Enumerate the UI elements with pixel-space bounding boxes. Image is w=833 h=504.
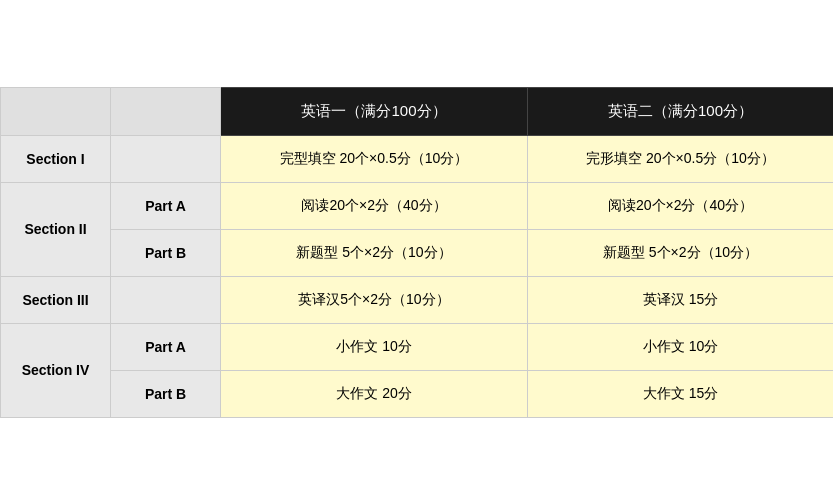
table-row: Part B新题型 5个×2分（10分）新题型 5个×2分（10分） [1,229,834,276]
section-cell: Section III [1,276,111,323]
en2-cell: 新题型 5个×2分（10分） [528,229,834,276]
header-en2: 英语二（满分100分） [528,87,834,135]
en2-cell: 完形填空 20个×0.5分（10分） [528,135,834,182]
table-wrapper: 英语一（满分100分） 英语二（满分100分） Section I完型填空 20… [0,87,833,418]
en2-cell: 小作文 10分 [528,323,834,370]
comparison-table: 英语一（满分100分） 英语二（满分100分） Section I完型填空 20… [0,87,833,418]
table-row: Section IIPart A阅读20个×2分（40分）阅读20个×2分（40… [1,182,834,229]
header-empty-2 [111,87,221,135]
part-cell: Part A [111,182,221,229]
header-empty-1 [1,87,111,135]
en1-cell: 完型填空 20个×0.5分（10分） [221,135,528,182]
en1-cell: 阅读20个×2分（40分） [221,182,528,229]
en1-cell: 新题型 5个×2分（10分） [221,229,528,276]
part-cell [111,276,221,323]
en1-cell: 大作文 20分 [221,370,528,417]
table-row: Part B大作文 20分大作文 15分 [1,370,834,417]
en1-cell: 小作文 10分 [221,323,528,370]
part-cell: Part B [111,370,221,417]
en1-cell: 英译汉5个×2分（10分） [221,276,528,323]
en2-cell: 英译汉 15分 [528,276,834,323]
part-cell [111,135,221,182]
part-cell: Part A [111,323,221,370]
section-cell: Section II [1,182,111,276]
table-row: Section I完型填空 20个×0.5分（10分）完形填空 20个×0.5分… [1,135,834,182]
en2-cell: 大作文 15分 [528,370,834,417]
en2-cell: 阅读20个×2分（40分） [528,182,834,229]
table-row: Section IVPart A小作文 10分小作文 10分 [1,323,834,370]
header-en1: 英语一（满分100分） [221,87,528,135]
section-cell: Section I [1,135,111,182]
table-row: Section III英译汉5个×2分（10分）英译汉 15分 [1,276,834,323]
section-cell: Section IV [1,323,111,417]
part-cell: Part B [111,229,221,276]
